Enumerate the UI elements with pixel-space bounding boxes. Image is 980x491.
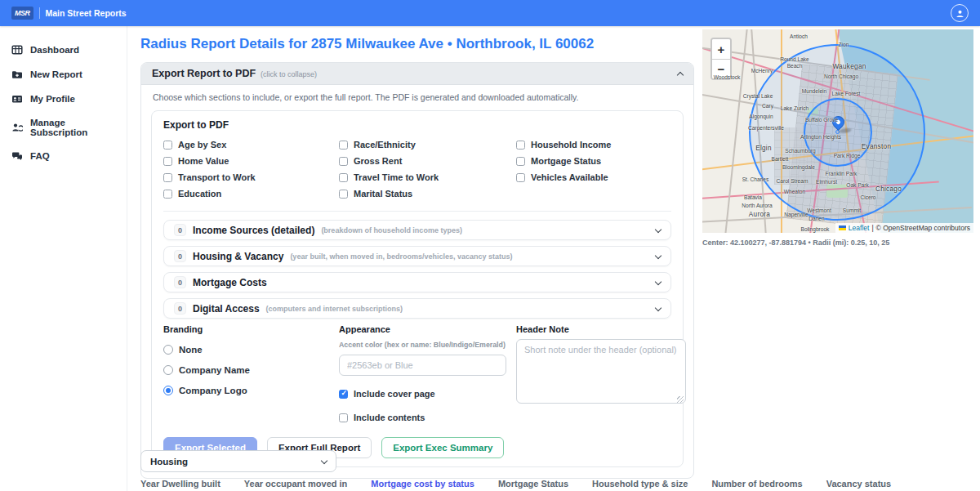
checkbox-travel-time-to-work[interactable]: Travel Time to Work: [339, 169, 516, 185]
map-caption: Center: 42.100277, -87.881794 • Radii (m…: [702, 239, 889, 247]
checkbox-marital-status[interactable]: Marital Status: [339, 185, 516, 202]
checkbox-icon: [339, 390, 348, 399]
checkbox-age-by-sex[interactable]: Age by Sex: [163, 136, 339, 153]
export-panel-description: Choose which sections to include, or exp…: [141, 85, 693, 104]
checkbox-icon: [516, 157, 525, 166]
radio-icon: [163, 365, 173, 375]
tab-vacancy-status[interactable]: Vacancy status: [826, 479, 892, 489]
checkbox-education[interactable]: Education: [163, 185, 339, 202]
accent-color-input[interactable]: [339, 355, 506, 376]
sidebar: Dashboard New Report My Profile: [0, 26, 127, 491]
tab-mortgage-status[interactable]: Mortgage Status: [498, 479, 568, 489]
leaflet-link[interactable]: Leaflet: [849, 224, 870, 232]
checkbox-icon: [339, 413, 348, 422]
radius-map[interactable]: + − Leaflet | © OpenStreetMap contributo…: [702, 29, 973, 233]
checkbox-household-income[interactable]: Household Income: [516, 136, 671, 153]
tab-year-dwelling-built[interactable]: Year Dwelling built: [140, 479, 220, 489]
sidebar-item-label: FAQ: [30, 151, 50, 161]
brand-divider: [39, 7, 40, 19]
tab-number-of-bedrooms[interactable]: Number of bedrooms: [711, 479, 802, 489]
count-badge: 0: [174, 302, 186, 315]
attribution-separator: |: [871, 224, 873, 232]
export-options-card: Export to PDF Age by Sex Race/Ethnicity …: [151, 110, 684, 467]
header-note-column: Header Note: [516, 324, 686, 426]
chevron-down-icon: [655, 304, 662, 310]
checkbox-icon: [163, 141, 172, 150]
sidebar-item-dashboard[interactable]: Dashboard: [0, 38, 127, 62]
checkbox-icon: [339, 157, 348, 166]
export-panel-header[interactable]: Export Report to PDF (click to collapse): [141, 63, 693, 85]
header-note-label: Header Note: [516, 324, 686, 334]
radio-branding-company-name[interactable]: Company Name: [163, 365, 339, 375]
radio-icon: [163, 345, 173, 355]
tab-year-occupant-moved-in[interactable]: Year occupant moved in: [244, 479, 348, 489]
ukraine-flag-icon: [839, 225, 846, 230]
chevron-down-icon: [321, 457, 327, 463]
count-badge: 0: [174, 224, 186, 236]
branding-column: Branding None Company Name Company Logo: [163, 324, 339, 426]
msr-logo: MSR: [11, 7, 33, 20]
sidebar-item-label: Dashboard: [30, 45, 79, 55]
export-card-title: Export to PDF: [163, 119, 671, 131]
chevron-down-icon: [655, 252, 662, 258]
sidebar-item-manage-subscription[interactable]: Manage Subscription: [0, 111, 127, 144]
checkbox-icon: [339, 141, 348, 150]
dashboard-grid-icon: [11, 44, 23, 56]
folder-plus-icon: [11, 69, 23, 80]
checkbox-transport-to-work[interactable]: Transport to Work: [163, 169, 339, 185]
app-root: MSR Main Street Reports Dashboard: [0, 0, 980, 491]
checkbox-icon: [516, 173, 525, 182]
page-title: Radius Report Details for 2875 Milwaukee…: [140, 36, 696, 52]
export-exec-summary-button[interactable]: Export Exec Summary: [381, 437, 504, 458]
tab-mortgage-cost-by-status[interactable]: Mortgage cost by status: [371, 479, 474, 489]
chat-bubbles-icon: [11, 150, 23, 162]
checkbox-gross-rent[interactable]: Gross Rent: [339, 153, 516, 169]
radio-branding-company-logo[interactable]: Company Logo: [163, 386, 339, 395]
map-place-label: Antioch: [790, 33, 808, 40]
sidebar-item-faq[interactable]: FAQ: [0, 144, 127, 168]
accordion-income-sources[interactable]: 0 Income Sources (detailed) (breakdown o…: [163, 220, 671, 240]
accordion-housing-vacancy[interactable]: 0 Housing & Vacancy (year built, when mo…: [163, 246, 671, 266]
sidebar-item-label: Manage Subscription: [30, 118, 115, 137]
checkbox-mortgage-status[interactable]: Mortgage Status: [516, 153, 671, 169]
section-select[interactable]: Housing: [140, 450, 336, 472]
tab-household-type-size[interactable]: Household type & size: [592, 479, 688, 489]
export-settings-grid: Branding None Company Name Company Logo: [163, 324, 671, 426]
user-avatar-button[interactable]: [951, 4, 969, 22]
chart-tabs: Year Dwelling built Year occupant moved …: [140, 479, 891, 489]
zoom-out-button[interactable]: −: [712, 59, 730, 78]
checkbox-icon: [516, 141, 525, 150]
person-icon: [956, 9, 964, 18]
accordion-mortgage-costs[interactable]: 0 Mortgage Costs: [163, 272, 671, 292]
person-sync-icon: [11, 122, 23, 133]
header-note-textarea[interactable]: [516, 339, 686, 404]
checkbox-home-value[interactable]: Home Value: [163, 153, 339, 169]
brand-home-link[interactable]: MSR Main Street Reports: [11, 7, 127, 20]
branding-label: Branding: [163, 324, 339, 334]
zoom-in-button[interactable]: +: [712, 39, 730, 59]
accordion-digital-access[interactable]: 0 Digital Access (computers and internet…: [163, 298, 671, 319]
osm-attribution[interactable]: © OpenStreetMap contributors: [876, 224, 970, 232]
map-attribution: Leaflet | © OpenStreetMap contributors: [835, 223, 973, 233]
export-panel-title: Export Report to PDF: [152, 68, 256, 79]
chevron-down-icon: [655, 278, 662, 284]
checkbox-icon: [339, 173, 348, 182]
checkbox-include-cover-page[interactable]: Include cover page: [339, 386, 516, 402]
accent-color-hint: Accent color (hex or name: Blue/Indigo/E…: [339, 341, 516, 349]
chevron-down-icon: [655, 225, 662, 232]
sidebar-item-new-report[interactable]: New Report: [0, 62, 127, 87]
checkbox-race-ethnicity[interactable]: Race/Ethnicity: [339, 136, 516, 153]
checkbox-icon: [163, 157, 172, 166]
radio-branding-none[interactable]: None: [163, 345, 339, 355]
checkbox-icon: [163, 173, 172, 182]
map-place-label: Bolingbrook: [801, 226, 830, 233]
id-card-icon: [11, 93, 23, 105]
checkbox-vehicles-available[interactable]: Vehicles Available: [516, 169, 671, 185]
sidebar-item-label: New Report: [30, 69, 82, 79]
checkbox-include-contents[interactable]: Include contents: [339, 409, 516, 426]
checkbox-icon: [163, 190, 172, 199]
appearance-column: Appearance Accent color (hex or name: Bl…: [339, 324, 516, 426]
section-select-value: Housing: [150, 457, 188, 466]
sidebar-item-my-profile[interactable]: My Profile: [0, 87, 127, 111]
export-checkbox-grid: Age by Sex Race/Ethnicity Household Inco…: [163, 136, 671, 202]
